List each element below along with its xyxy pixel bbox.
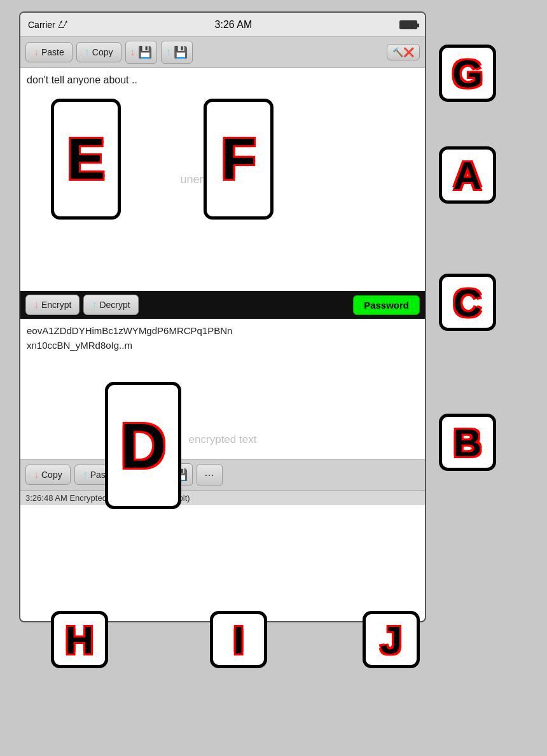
- annotation-D: D: [105, 382, 181, 509]
- save-down-arrow-icon: ↓: [130, 46, 135, 58]
- paste-button-top[interactable]: ↓ Paste: [25, 42, 73, 62]
- more-icon: ···: [205, 468, 214, 481]
- clear-button[interactable]: 🔨❌: [387, 44, 420, 60]
- floppy-up-icon: 💾: [174, 45, 188, 59]
- status-bar: Carrier ⌰ 3:26 AM: [20, 13, 425, 37]
- encrypt-arrow-down-icon: ↓: [34, 299, 39, 311]
- clear-icon: 🔨❌: [392, 47, 414, 57]
- carrier-info: Carrier ⌰: [28, 20, 67, 30]
- encrypted-text-content: eovA1ZDdDYHimBc1zWYMgdP6MRCPq1PBNn xn10c…: [27, 324, 419, 353]
- password-label: Password: [364, 300, 409, 311]
- copy-label-top: Copy: [92, 47, 113, 57]
- battery-icon: [399, 20, 417, 29]
- annotation-C: C: [439, 274, 496, 331]
- decrypt-arrow-up-icon: ↑: [92, 299, 97, 311]
- copy-button-top[interactable]: ↑ Copy: [76, 42, 121, 62]
- annotation-G: G: [439, 45, 496, 102]
- copy-label-bottom: Copy: [41, 470, 62, 480]
- middle-toolbar: ↓ Encrypt ↑ Decrypt Password: [20, 291, 425, 319]
- annotation-H: H: [51, 611, 108, 668]
- copy-bottom-arrow-down-icon: ↓: [34, 469, 39, 480]
- save-up-button-top[interactable]: ↑ 💾: [161, 41, 193, 64]
- annotation-I: I: [210, 611, 267, 668]
- status-time: 3:26 AM: [215, 19, 253, 31]
- annotation-J: J: [363, 611, 420, 668]
- decrypt-label: Decrypt: [99, 300, 130, 310]
- annotation-E: E: [51, 99, 121, 220]
- encrypted-placeholder: encrypted text: [189, 433, 257, 446]
- encrypt-label: Encrypt: [41, 300, 71, 310]
- paste-label-top: Paste: [41, 47, 64, 57]
- save-up-arrow-icon: ↑: [166, 46, 171, 58]
- bottom-toolbar: ↓ Copy ↑ Paste ↓ 💾 ↑ 💾 ···: [20, 459, 425, 490]
- more-button[interactable]: ···: [197, 464, 223, 486]
- annotation-A: A: [439, 146, 496, 204]
- floppy-down-icon: 💾: [138, 45, 152, 59]
- annotation-B: B: [439, 414, 496, 471]
- encrypted-text-area[interactable]: eovA1ZDdDYHimBc1zWYMgdP6MRCPq1PBNn xn10c…: [20, 319, 425, 459]
- save-down-button-top[interactable]: ↓ 💾: [125, 41, 157, 64]
- annotation-F: F: [204, 99, 274, 220]
- paste-bottom-arrow-up-icon: ↑: [83, 469, 88, 480]
- status-bottom-bar: 3:26:48 AM Encrypted using Blowfish (48 …: [20, 490, 425, 505]
- encrypt-button[interactable]: ↓ Encrypt: [25, 295, 80, 315]
- password-button[interactable]: Password: [353, 295, 420, 315]
- top-toolbar: ↓ Paste ↑ Copy ↓ 💾 ↑ 💾 🔨❌: [20, 37, 425, 68]
- paste-arrow-down-icon: ↓: [34, 46, 39, 58]
- carrier-label: Carrier: [28, 20, 55, 30]
- wifi-icon: ⌰: [59, 20, 67, 30]
- decrypt-button[interactable]: ↑ Decrypt: [83, 295, 138, 315]
- copy-button-bottom[interactable]: ↓ Copy: [25, 465, 71, 485]
- copy-arrow-up-icon: ↑: [85, 46, 90, 58]
